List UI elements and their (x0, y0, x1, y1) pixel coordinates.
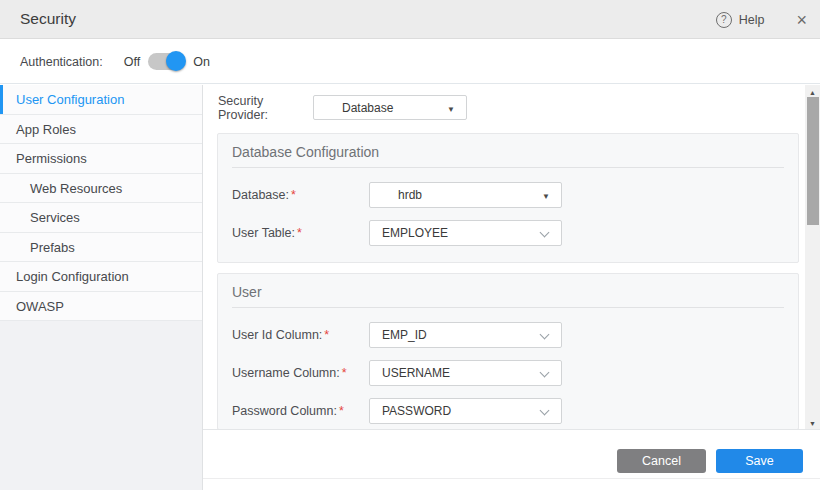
database-value: hrdb (398, 188, 422, 202)
help-icon[interactable]: ? (716, 12, 732, 28)
chevron-down-icon (540, 406, 550, 416)
security-provider-label: Security Provider: (218, 94, 313, 122)
database-field-row: Database:* hrdb ▼ (232, 182, 784, 208)
dropdown-arrow-icon: ▼ (447, 105, 455, 114)
required-mark: * (324, 328, 329, 342)
section-divider (232, 307, 784, 308)
username-column-label: Username Column:* (232, 366, 369, 380)
sidebar-item-label: Web Resources (30, 181, 122, 196)
help-link[interactable]: Help (739, 13, 765, 27)
dialog-header: Security ? Help × (0, 0, 820, 39)
save-button[interactable]: Save (716, 449, 803, 473)
required-mark: * (339, 404, 344, 418)
password-column-value: PASSWORD (382, 404, 451, 418)
database-select[interactable]: hrdb ▼ (369, 182, 562, 208)
label-text: Username Column: (232, 366, 340, 380)
database-configuration-section: Database Configuration Database:* hrdb ▼… (217, 133, 799, 263)
required-mark: * (291, 188, 296, 202)
authentication-label: Authentication: (20, 55, 103, 69)
close-icon[interactable]: × (796, 11, 807, 29)
security-provider-row: Security Provider: Database ▼ (218, 95, 467, 120)
user-table-field-row: User Table:* EMPLOYEE (232, 220, 784, 246)
toggle-knob (166, 51, 186, 71)
authentication-bar: Authentication: Off On (0, 40, 820, 84)
user-table-select[interactable]: EMPLOYEE (369, 220, 562, 246)
sidebar-item-label: Permissions (16, 151, 87, 166)
required-mark: * (297, 226, 302, 240)
required-mark: * (342, 366, 347, 380)
sidebar-item-services[interactable]: Services (0, 203, 202, 233)
sidebar-item-label: Login Configuration (16, 269, 129, 284)
sidebar-item-owasp[interactable]: OWASP (0, 292, 202, 322)
scroll-down-icon[interactable]: ▼ (805, 416, 820, 430)
sidebar-item-web-resources[interactable]: Web Resources (0, 174, 202, 204)
username-column-select[interactable]: USERNAME (369, 360, 562, 386)
security-provider-value: Database (342, 101, 393, 115)
security-provider-select[interactable]: Database ▼ (313, 95, 467, 120)
section-title: User (232, 284, 784, 300)
user-id-column-select[interactable]: EMP_ID (369, 322, 562, 348)
user-configuration-panel: Security Provider: Database ▼ Database C… (203, 85, 820, 490)
sidebar-item-user-configuration[interactable]: User Configuration (0, 85, 202, 115)
user-id-column-value: EMP_ID (382, 328, 427, 342)
user-section: User User Id Column:* EMP_ID Username Co… (217, 273, 799, 430)
label-text: User Table: (232, 226, 295, 240)
user-table-label: User Table:* (232, 226, 369, 240)
chevron-down-icon (540, 228, 550, 238)
label-text: Password Column: (232, 404, 337, 418)
toggle-off-label: Off (124, 55, 140, 69)
vertical-scrollbar[interactable]: ▲ ▼ (805, 85, 820, 430)
sidebar-item-label: OWASP (16, 299, 64, 314)
cancel-button[interactable]: Cancel (617, 449, 706, 473)
action-footer: Cancel Save (203, 429, 820, 479)
section-divider (232, 167, 784, 168)
password-column-field-row: Password Column:* PASSWORD (232, 398, 784, 424)
sidebar-item-app-roles[interactable]: App Roles (0, 115, 202, 145)
username-column-field-row: Username Column:* USERNAME (232, 360, 784, 386)
chevron-down-icon (540, 330, 550, 340)
scrollbar-thumb[interactable] (807, 97, 819, 225)
password-column-select[interactable]: PASSWORD (369, 398, 562, 424)
user-id-column-label: User Id Column:* (232, 328, 369, 342)
page-title: Security (20, 10, 76, 28)
sidebar-item-label: Services (30, 210, 80, 225)
toggle-on-label: On (193, 55, 210, 69)
active-indicator (0, 85, 3, 114)
database-label: Database:* (232, 188, 369, 202)
sidebar-item-prefabs[interactable]: Prefabs (0, 233, 202, 263)
dropdown-arrow-icon: ▼ (542, 192, 550, 201)
sidebar-item-label: App Roles (16, 122, 76, 137)
authentication-toggle[interactable] (148, 53, 184, 70)
user-table-value: EMPLOYEE (382, 226, 448, 240)
label-text: Database: (232, 188, 289, 202)
label-text: User Id Column: (232, 328, 322, 342)
security-sidebar: User Configuration App Roles Permissions… (0, 85, 203, 490)
sidebar-item-label: User Configuration (16, 92, 124, 107)
user-id-column-field-row: User Id Column:* EMP_ID (232, 322, 784, 348)
password-column-label: Password Column:* (232, 404, 369, 418)
sidebar-item-login-configuration[interactable]: Login Configuration (0, 262, 202, 292)
sidebar-item-permissions[interactable]: Permissions (0, 144, 202, 174)
username-column-value: USERNAME (382, 366, 450, 380)
header-actions: ? Help × (716, 0, 807, 39)
section-title: Database Configuration (232, 144, 784, 160)
chevron-down-icon (540, 368, 550, 378)
sidebar-item-label: Prefabs (30, 240, 75, 255)
